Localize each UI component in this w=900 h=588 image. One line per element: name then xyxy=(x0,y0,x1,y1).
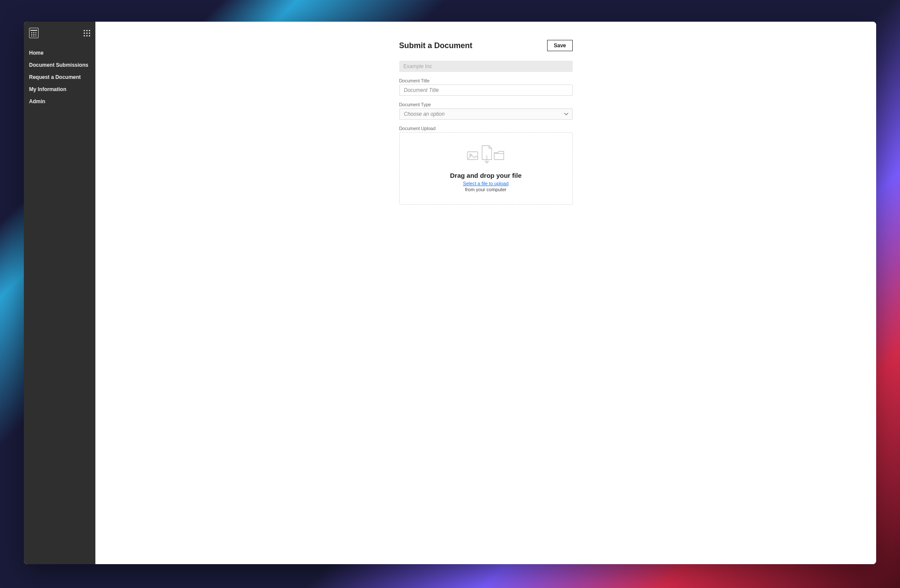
sidebar-item-home[interactable]: Home xyxy=(24,47,95,59)
main-content: Submit a Document Save Example Inc Docum… xyxy=(95,22,876,564)
apps-grid-icon[interactable] xyxy=(84,30,90,36)
document-type-select[interactable]: Choose an option xyxy=(399,108,573,120)
sidebar-item-document-submissions[interactable]: Document Submissions xyxy=(24,59,95,71)
document-type-label: Document Type xyxy=(399,102,573,107)
form: Submit a Document Save Example Inc Docum… xyxy=(399,40,573,564)
sidebar-item-label: Document Submissions xyxy=(29,62,88,68)
document-upload-field: Document Upload xyxy=(399,126,573,205)
document-upload-label: Document Upload xyxy=(399,126,573,131)
document-title-input[interactable] xyxy=(399,85,573,96)
document-title-label: Document Title xyxy=(399,78,573,83)
sidebar-item-my-information[interactable]: My Information xyxy=(24,83,95,95)
sidebar-item-label: Admin xyxy=(29,98,45,105)
app-window: Home Document Submissions Request a Docu… xyxy=(24,22,876,564)
sidebar-nav: Home Document Submissions Request a Docu… xyxy=(24,47,95,108)
sidebar-item-label: Home xyxy=(29,50,43,56)
page-title: Submit a Document xyxy=(399,41,473,50)
upload-illustration-icon xyxy=(404,144,568,164)
svg-point-1 xyxy=(470,154,471,156)
save-button[interactable]: Save xyxy=(547,40,572,51)
org-readonly-value: Example Inc xyxy=(399,61,573,72)
document-title-field: Document Title xyxy=(399,78,573,96)
upload-dropzone[interactable]: Drag and drop your file Select a file to… xyxy=(399,132,573,205)
sidebar-item-label: My Information xyxy=(29,86,66,92)
app-logo-icon xyxy=(29,28,39,38)
sidebar-item-request-document[interactable]: Request a Document xyxy=(24,71,95,83)
upload-drag-text: Drag and drop your file xyxy=(404,172,568,179)
sidebar: Home Document Submissions Request a Docu… xyxy=(24,22,95,564)
page-header: Submit a Document Save xyxy=(399,40,573,51)
upload-select-link[interactable]: Select a file to upload xyxy=(404,181,568,186)
upload-sub-text: from your computer xyxy=(404,187,568,192)
document-type-field: Document Type Choose an option xyxy=(399,102,573,120)
org-readonly-field: Example Inc xyxy=(399,61,573,72)
sidebar-item-admin[interactable]: Admin xyxy=(24,95,95,108)
sidebar-item-label: Request a Document xyxy=(29,74,81,80)
sidebar-top xyxy=(24,26,95,43)
